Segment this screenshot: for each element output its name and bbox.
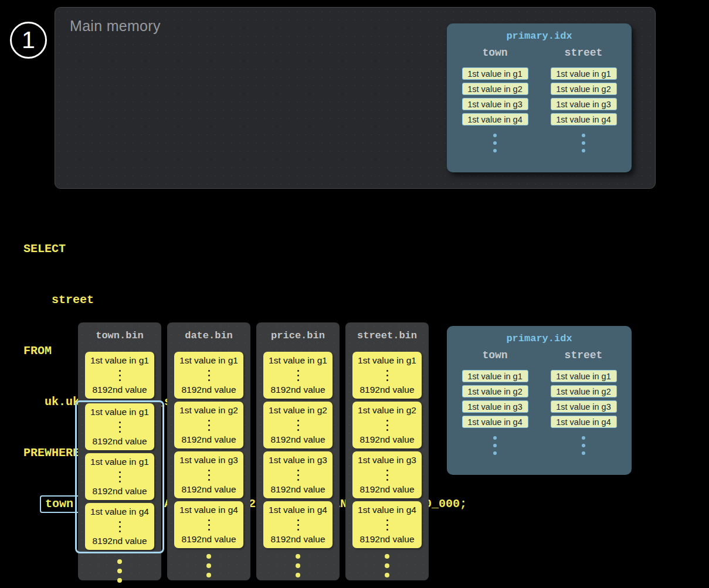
idx-cell: 1st value in g4 [462,113,528,125]
idx-cell: 1st value in g1 [462,67,528,80]
granule-last-value: 8192nd value [92,436,147,447]
vertical-ellipsis-icon [119,422,121,433]
vertical-ellipsis-icon [386,519,388,531]
vertical-ellipsis-icon [297,470,299,481]
granule-block: 1st value in g1 8192nd value [174,352,243,399]
granule-first-value: 1st value in g1 [90,407,149,417]
idx-cell: 1st value in g2 [462,385,528,397]
granule-block: 1st value in g1 8192nd value [352,352,422,399]
granule-last-value: 8192nd value [270,434,325,445]
granule-first-value: 1st value in g1 [90,457,149,467]
granule-last-value: 8192nd value [359,434,414,445]
vertical-ellipsis-icon [119,471,121,482]
vertical-ellipsis-icon [297,370,299,381]
granule-block: 1st value in g2 8192nd value [352,402,422,448]
bin-column-town: town.bin 1st value in g1 8192nd value 1s… [78,322,161,580]
granule-block: 1st value in g1 8192nd value [85,403,154,450]
granule-last-value: 8192nd value [270,484,325,495]
vertical-ellipsis-icon [208,420,210,431]
bin-column-date: date.bin 1st value in g1 8192nd value 1s… [167,322,250,580]
selected-granules-outline: 1st value in g1 8192nd value 1st value i… [75,400,164,553]
idx-column-street: street 1st value in g1 1st value in g2 1… [550,47,617,152]
vertical-ellipsis-icon [208,370,210,381]
granule-first-value: 1st value in g4 [269,505,327,515]
bin-column-title: date.bin [167,322,250,352]
granule-last-value: 8192nd value [359,484,414,495]
vertical-ellipsis-icon [297,420,299,431]
primary-idx-columns: town 1st value in g1 1st value in g2 1st… [447,349,632,455]
primary-idx-panel-top: primary.idx town 1st value in g1 1st val… [447,23,632,172]
granule-first-value: 1st value in g3 [358,455,416,465]
bin-column-price: price.bin 1st value in g1 8192nd value 1… [256,322,340,580]
granule-first-value: 1st value in g1 [90,355,149,366]
granule-last-value: 8192nd value [359,385,414,395]
granule-last-value: 8192nd value [181,434,236,445]
granule-last-value: 8192nd value [270,534,325,545]
granule-block: 1st value in g4 8192nd value [263,501,333,548]
vertical-ellipsis-icon [78,559,161,583]
idx-cell: 1st value in g1 [551,370,617,382]
granule-block: 1st value in g4 8192nd value [174,501,243,548]
sql-line-select: SELECT [23,240,467,257]
idx-column-header-town: town [482,349,507,361]
idx-column-town: town 1st value in g1 1st value in g2 1st… [462,47,528,152]
granule-block: 1st value in g4 8192nd value [352,501,422,548]
granule-block: 1st value in g3 8192nd value [352,451,422,498]
vertical-ellipsis-icon [208,470,210,481]
idx-column-town: town 1st value in g1 1st value in g2 1st… [462,349,528,455]
step-number: 1 [22,26,35,54]
idx-column-header-street: street [565,349,603,361]
idx-cell: 1st value in g4 [462,416,528,428]
granule-last-value: 8192nd value [92,385,147,395]
granule-first-value: 1st value in g2 [269,405,327,416]
idx-cell: 1st value in g1 [551,67,617,80]
primary-idx-title: primary.idx [447,23,632,42]
idx-column-header-street: street [565,47,603,59]
granule-block: 1st value in g2 8192nd value [174,402,243,448]
granule-first-value: 1st value in g2 [358,405,416,416]
bin-column-title: price.bin [256,322,340,352]
granule-block: 1st value in g1 8192nd value [263,352,333,399]
granule-last-value: 8192nd value [270,385,325,395]
idx-cell: 1st value in g4 [551,113,617,125]
granule-last-value: 8192nd value [92,486,147,497]
idx-column-header-town: town [482,47,507,59]
granule-first-value: 1st value in g2 [179,405,238,416]
granule-last-value: 8192nd value [359,534,414,545]
idx-cell: 1st value in g3 [462,98,528,110]
vertical-ellipsis-icon [582,436,585,455]
vertical-ellipsis-icon [208,519,210,531]
granule-first-value: 1st value in g1 [269,355,327,366]
vertical-ellipsis-icon [386,470,388,481]
idx-cell: 1st value in g1 [462,370,528,382]
granule-last-value: 8192nd value [181,385,236,395]
sql-line-street: street [23,291,467,308]
granule-block: 1st value in g3 8192nd value [174,451,243,498]
granule-first-value: 1st value in g4 [90,507,149,517]
idx-cell: 1st value in g2 [462,83,528,95]
granule-block: 1st value in g4 8192nd value [85,503,154,550]
primary-idx-title: primary.idx [447,326,632,344]
idx-cell: 1st value in g4 [551,416,617,428]
vertical-ellipsis-icon [119,370,121,381]
idx-cell: 1st value in g3 [551,400,617,413]
step-1-badge: 1 [10,22,47,59]
vertical-ellipsis-icon [297,519,299,531]
granule-last-value: 8192nd value [92,536,147,546]
granule-block: 1st value in g1 8192nd value [85,453,154,500]
granule-first-value: 1st value in g4 [358,505,416,515]
granule-last-value: 8192nd value [181,484,236,495]
idx-cell: 1st value in g3 [551,98,617,110]
vertical-ellipsis-icon [256,554,340,577]
granule-block: 1st value in g3 8192nd value [263,451,333,498]
vertical-ellipsis-icon [345,554,429,577]
vertical-ellipsis-icon [493,134,497,152]
idx-cell: 1st value in g3 [462,400,528,413]
main-memory-title: Main memory [70,18,161,35]
granule-block: 1st value in g2 8192nd value [263,402,333,448]
granule-block: 1st value in g1 8192nd value [85,352,154,399]
vertical-ellipsis-icon [386,420,388,431]
bin-column-street: street.bin 1st value in g1 8192nd value … [345,322,429,580]
idx-cell: 1st value in g2 [551,385,617,397]
bin-column-title: town.bin [78,322,161,352]
